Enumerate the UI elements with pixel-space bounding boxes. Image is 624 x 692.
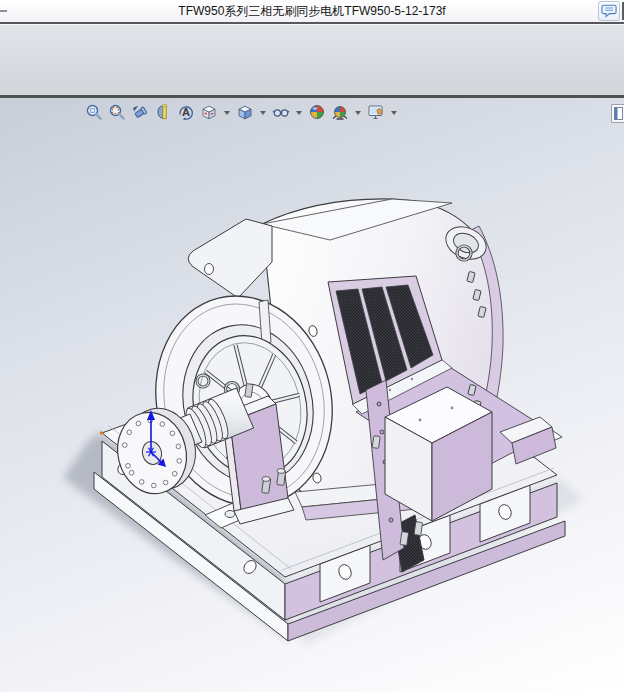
- task-pane-collapsed-tab[interactable]: [611, 104, 624, 123]
- comments-button[interactable]: [598, 1, 620, 21]
- view-orientation-button[interactable]: [199, 102, 219, 122]
- color-ball-icon: [308, 103, 326, 121]
- rotate-a-icon: A: [177, 103, 195, 121]
- speech-bubble-icon: [601, 4, 617, 18]
- eyeglasses-icon: [272, 103, 290, 121]
- view-settings-button[interactable]: [366, 102, 386, 122]
- motor-3d-model[interactable]: [0, 98, 624, 692]
- dropdown-arrow-icon: [260, 111, 266, 115]
- titlebar: TFW950系列三相无刷同步电机TFW950-5-12-173f: [0, 0, 624, 22]
- dynamic-annotation-views-button[interactable]: A: [176, 102, 196, 122]
- command-manager-collapsed: [0, 24, 624, 95]
- apply-scene-button[interactable]: [330, 102, 350, 122]
- hide-show-items-dropdown[interactable]: [294, 102, 304, 122]
- zoom-to-fit-button[interactable]: [84, 102, 104, 122]
- titlebar-left-artifact: [0, 10, 7, 12]
- view-settings-dropdown[interactable]: [389, 102, 399, 122]
- magnifier-area-icon: [108, 103, 126, 121]
- panel-icon: [614, 107, 623, 120]
- display-style-button[interactable]: [235, 102, 255, 122]
- display-style-dropdown[interactable]: [258, 102, 268, 122]
- dropdown-arrow-icon: [296, 111, 302, 115]
- zoom-to-area-button[interactable]: [107, 102, 127, 122]
- monitor-hand-icon: [367, 103, 385, 121]
- heads-up-view-toolbar: A: [84, 102, 399, 122]
- dropdown-arrow-icon: [224, 111, 230, 115]
- section-view-button[interactable]: [153, 102, 173, 122]
- section-cut-icon: [154, 103, 172, 121]
- dropdown-arrow-icon: [391, 111, 397, 115]
- dropdown-arrow-icon: [355, 111, 361, 115]
- apply-scene-dropdown[interactable]: [353, 102, 363, 122]
- hide-show-items-button[interactable]: [271, 102, 291, 122]
- telescope-back-icon: [131, 103, 149, 121]
- scene-ball-icon: [331, 103, 349, 121]
- shaded-cube-icon: [236, 103, 254, 121]
- previous-view-button[interactable]: [130, 102, 150, 122]
- edit-appearance-button[interactable]: [307, 102, 327, 122]
- graphics-area[interactable]: A: [0, 98, 624, 692]
- magnifier-icon: [85, 103, 103, 121]
- window-title: TFW950系列三相无刷同步电机TFW950-5-12-173f: [178, 0, 445, 22]
- view-cube-icon: [200, 103, 218, 121]
- view-orientation-dropdown[interactable]: [222, 102, 232, 122]
